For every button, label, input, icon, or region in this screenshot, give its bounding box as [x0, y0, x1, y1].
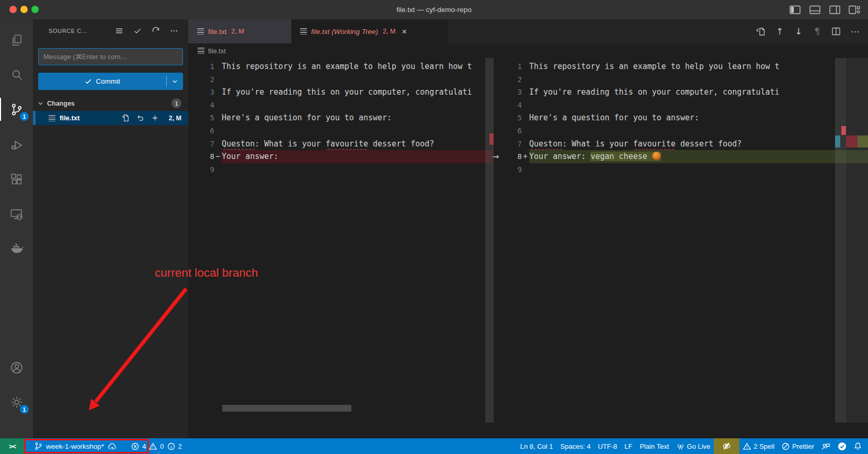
code-line[interactable]: 7Queston: What is your favourite dessert… — [188, 138, 494, 151]
refresh-icon[interactable] — [151, 26, 161, 36]
settings-badge: 1 — [20, 405, 29, 414]
breadcrumb[interactable]: file.txt — [188, 43, 868, 58]
text-file-icon — [198, 48, 204, 54]
added-code-line[interactable]: 8+Your answer: vegan cheese 🧀 — [501, 150, 868, 163]
code-line[interactable]: 1This repository is an example to help y… — [501, 60, 868, 73]
extensions-icon[interactable] — [0, 166, 33, 193]
explorer-icon[interactable] — [0, 27, 33, 54]
broadcast-icon — [677, 442, 684, 450]
code-line[interactable]: 4 — [188, 99, 494, 112]
changes-label: Changes — [47, 100, 75, 107]
bell-icon — [854, 442, 862, 450]
go-live-item[interactable]: Go Live — [673, 438, 714, 454]
next-change-icon[interactable]: ↓ — [792, 25, 805, 38]
code-line[interactable]: 9 — [501, 163, 868, 176]
open-file-icon[interactable] — [121, 114, 130, 122]
vscode-window: file.txt — cyf-demo-repo 1 — [0, 0, 868, 454]
code-line[interactable]: 6 — [188, 124, 494, 138]
prettier-item[interactable]: Prettier — [778, 438, 818, 454]
code-line[interactable]: 7Queston: What is your favourite dessert… — [501, 138, 868, 151]
code-line[interactable]: 5Here's a question for you to answer: — [188, 111, 494, 124]
status-bar: >< week-1-workshop* 4 0 2 Ln 8, Col 1 Sp… — [0, 438, 868, 454]
activity-bar: 1 1 — [0, 19, 33, 438]
encoding-item[interactable]: UTF-8 — [594, 438, 621, 454]
code-line[interactable]: 2 — [188, 73, 494, 86]
docker-icon[interactable] — [0, 235, 33, 262]
view-as-list-icon[interactable] — [115, 26, 124, 36]
accounts-icon[interactable] — [0, 354, 33, 381]
code-line[interactable]: 4 — [501, 99, 868, 112]
discard-changes-icon[interactable] — [136, 114, 145, 122]
code-line[interactable]: 1This repository is an example to help y… — [188, 60, 494, 73]
changes-section-header[interactable]: Changes 1 — [33, 97, 188, 110]
toggle-panel-icon[interactable] — [808, 4, 821, 16]
open-changes-icon[interactable] — [754, 25, 768, 38]
title-bar: file.txt — cyf-demo-repo — [0, 0, 868, 19]
toggle-secondary-sidebar-icon[interactable] — [828, 4, 841, 16]
close-icon[interactable]: × — [402, 27, 407, 36]
split-editor-icon[interactable] — [829, 25, 843, 38]
code-line[interactable]: 9 — [188, 163, 494, 176]
left-pane-scrollbar[interactable] — [485, 58, 494, 423]
more-actions-icon[interactable]: ⋯ — [848, 25, 862, 38]
branch-status-item[interactable]: week-1-workshop* — [31, 438, 120, 454]
diff-editor-modified[interactable]: 1This repository is an example to help y… — [501, 58, 868, 423]
sync-cloud-icon — [108, 442, 117, 450]
problems-status-item[interactable]: 4 0 2 — [128, 438, 186, 454]
visibility-off-item[interactable] — [714, 438, 739, 454]
notifications-item[interactable] — [850, 438, 868, 454]
slash-circle-icon — [782, 442, 790, 450]
window-title: file.txt — cyf-demo-repo — [0, 0, 868, 19]
toggle-whitespace-icon[interactable]: ¶ — [810, 25, 824, 38]
check-status-item[interactable] — [834, 438, 850, 454]
chevron-down-icon — [37, 100, 44, 107]
indentation-item[interactable]: Spaces: 4 — [557, 438, 595, 454]
source-control-icon[interactable]: 1 — [0, 96, 33, 123]
commit-dropdown-button[interactable] — [167, 78, 183, 85]
ruler-deleted-mark — [846, 135, 858, 147]
ruler-added-mark — [858, 135, 868, 147]
right-pane-scrollbar[interactable] — [835, 58, 846, 423]
code-line[interactable]: 3If you're reading this on your computer… — [501, 86, 868, 99]
language-mode-item[interactable]: Plain Text — [636, 438, 672, 454]
customize-layout-icon[interactable] — [848, 4, 861, 16]
deleted-code-line[interactable]: 8−Your answer: — [188, 150, 494, 163]
tab-file-txt-working-tree[interactable]: file.txt (Working Tree) 2, M × — [291, 19, 448, 43]
file-problems-badge: 2, M — [169, 115, 181, 122]
code-line[interactable]: 5Here's a question for you to answer: — [501, 111, 868, 124]
commit-message-input[interactable] — [38, 48, 183, 65]
run-and-debug-icon[interactable] — [0, 131, 33, 158]
search-icon[interactable] — [0, 61, 33, 88]
code-line[interactable]: 2 — [501, 73, 868, 86]
warning-icon — [149, 442, 157, 450]
text-file-icon — [197, 28, 204, 35]
toggle-sidebar-icon[interactable] — [789, 4, 801, 16]
tab-label: file.txt — [208, 28, 226, 36]
settings-gear-icon[interactable]: 1 — [0, 389, 33, 416]
previous-change-icon[interactable]: ↑ — [773, 25, 786, 38]
branch-name: week-1-workshop* — [46, 442, 104, 450]
annotation-label: current local branch — [155, 266, 258, 280]
info-count: 2 — [178, 442, 182, 450]
horizontal-scrollbar[interactable] — [222, 405, 351, 412]
feedback-item[interactable] — [818, 438, 834, 454]
feedback-icon — [821, 442, 830, 450]
commit-button-label: Commit — [96, 77, 120, 85]
panel-title: SOURCE C… — [49, 28, 87, 34]
cursor-position-item[interactable]: Ln 8, Col 1 — [517, 438, 557, 454]
more-actions-icon[interactable] — [169, 26, 179, 36]
stage-changes-icon[interactable] — [151, 114, 159, 122]
tab-file-txt[interactable]: file.txt 2, M — [188, 19, 291, 43]
changed-file-row[interactable]: file.txt 2, M — [33, 111, 188, 125]
error-count: 4 — [142, 442, 146, 450]
code-line[interactable]: 6 — [501, 124, 868, 138]
warning-icon — [743, 442, 751, 450]
spell-checker-item[interactable]: 2 Spell — [739, 438, 778, 454]
eol-item[interactable]: LF — [621, 438, 636, 454]
commit-check-icon[interactable] — [133, 26, 142, 36]
remote-window-indicator[interactable]: >< — [0, 438, 25, 454]
diff-editor-original[interactable]: 1This repository is an example to help y… — [188, 58, 494, 423]
commit-button[interactable]: Commit — [38, 73, 183, 90]
code-line[interactable]: 3If you're reading this on your computer… — [188, 86, 494, 99]
remote-explorer-icon[interactable] — [0, 200, 33, 228]
